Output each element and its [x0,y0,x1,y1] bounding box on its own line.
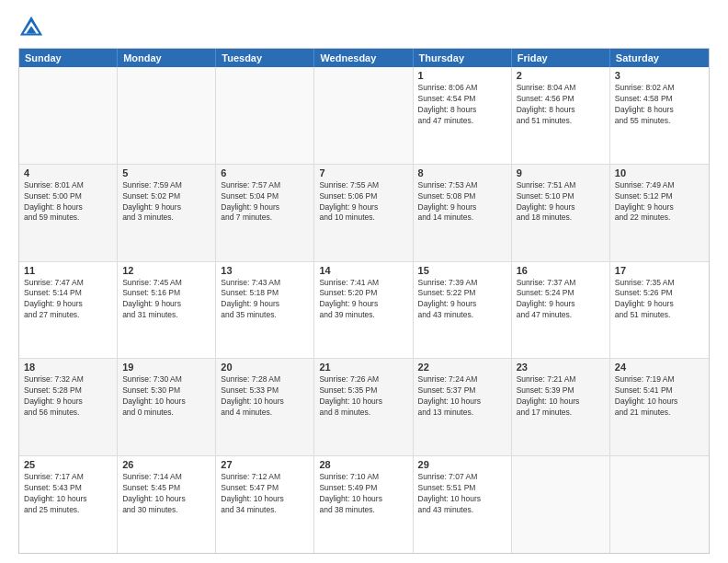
day-number: 8 [418,167,506,178]
calendar-cell: 18Sunrise: 7:32 AM Sunset: 5:28 PM Dayli… [19,359,118,455]
cell-details: Sunrise: 7:51 AM Sunset: 5:10 PM Dayligh… [517,180,605,224]
day-number: 25 [24,459,112,470]
calendar-cell [19,67,118,164]
cell-details: Sunrise: 8:06 AM Sunset: 4:54 PM Dayligh… [418,83,506,127]
calendar: SundayMondayTuesdayWednesdayThursdayFrid… [18,48,710,554]
calendar-row-3: 18Sunrise: 7:32 AM Sunset: 5:28 PM Dayli… [19,359,709,456]
cell-details: Sunrise: 7:49 AM Sunset: 5:12 PM Dayligh… [615,180,704,224]
calendar-cell: 5Sunrise: 7:59 AM Sunset: 5:02 PM Daylig… [118,165,216,261]
cell-details: Sunrise: 7:57 AM Sunset: 5:04 PM Dayligh… [221,180,309,224]
calendar-cell: 17Sunrise: 7:35 AM Sunset: 5:26 PM Dayli… [610,262,709,359]
calendar-cell [216,67,314,164]
day-number: 10 [615,167,704,178]
day-number: 2 [517,70,605,81]
day-number: 4 [24,167,112,178]
day-number: 17 [615,265,704,276]
cell-details: Sunrise: 7:30 AM Sunset: 5:30 PM Dayligh… [122,374,210,419]
cell-details: Sunrise: 7:43 AM Sunset: 5:18 PM Dayligh… [221,278,309,322]
header-day-saturday: Saturday [610,49,709,67]
cell-details: Sunrise: 7:41 AM Sunset: 5:20 PM Dayligh… [319,278,407,322]
logo-icon [18,15,44,40]
header-day-wednesday: Wednesday [314,49,413,67]
day-number: 24 [615,362,704,373]
cell-details: Sunrise: 7:19 AM Sunset: 5:41 PM Dayligh… [615,374,704,419]
calendar-cell: 29Sunrise: 7:07 AM Sunset: 5:51 PM Dayli… [414,456,512,553]
day-number: 9 [517,167,605,178]
cell-details: Sunrise: 7:26 AM Sunset: 5:35 PM Dayligh… [319,374,407,419]
calendar-row-4: 25Sunrise: 7:17 AM Sunset: 5:43 PM Dayli… [19,456,709,553]
cell-details: Sunrise: 7:47 AM Sunset: 5:14 PM Dayligh… [24,278,112,322]
calendar-cell: 7Sunrise: 7:55 AM Sunset: 5:06 PM Daylig… [314,165,413,261]
cell-details: Sunrise: 8:04 AM Sunset: 4:56 PM Dayligh… [517,83,605,127]
day-number: 6 [221,167,309,178]
header-day-sunday: Sunday [19,49,118,67]
calendar-cell: 10Sunrise: 7:49 AM Sunset: 5:12 PM Dayli… [610,165,709,261]
day-number: 23 [517,362,605,373]
calendar-cell [512,456,610,553]
header [18,15,710,40]
day-number: 28 [319,459,407,470]
header-day-monday: Monday [118,49,216,67]
header-day-friday: Friday [512,49,610,67]
calendar-cell: 6Sunrise: 7:57 AM Sunset: 5:04 PM Daylig… [216,165,314,261]
calendar-cell: 28Sunrise: 7:10 AM Sunset: 5:49 PM Dayli… [314,456,413,553]
logo [18,15,48,40]
day-number: 16 [517,265,605,276]
calendar-cell [118,67,216,164]
day-number: 14 [319,265,407,276]
cell-details: Sunrise: 7:10 AM Sunset: 5:49 PM Dayligh… [319,472,407,516]
day-number: 7 [319,167,407,178]
calendar-cell: 15Sunrise: 7:39 AM Sunset: 5:22 PM Dayli… [414,262,512,359]
calendar-cell [314,67,413,164]
calendar-cell: 4Sunrise: 8:01 AM Sunset: 5:00 PM Daylig… [19,165,118,261]
day-number: 19 [122,362,210,373]
calendar-cell: 24Sunrise: 7:19 AM Sunset: 5:41 PM Dayli… [610,359,709,455]
cell-details: Sunrise: 7:21 AM Sunset: 5:39 PM Dayligh… [517,374,605,419]
day-number: 13 [221,265,309,276]
header-day-thursday: Thursday [414,49,512,67]
calendar-cell: 1Sunrise: 8:06 AM Sunset: 4:54 PM Daylig… [414,67,512,164]
calendar-cell: 12Sunrise: 7:45 AM Sunset: 5:16 PM Dayli… [118,262,216,359]
calendar-cell [610,456,709,553]
cell-details: Sunrise: 7:35 AM Sunset: 5:26 PM Dayligh… [615,278,704,322]
cell-details: Sunrise: 7:12 AM Sunset: 5:47 PM Dayligh… [221,472,309,516]
day-number: 18 [24,362,112,373]
cell-details: Sunrise: 8:01 AM Sunset: 5:00 PM Dayligh… [24,180,112,224]
day-number: 1 [418,70,506,81]
calendar-row-2: 11Sunrise: 7:47 AM Sunset: 5:14 PM Dayli… [19,262,709,360]
day-number: 12 [122,265,210,276]
cell-details: Sunrise: 7:53 AM Sunset: 5:08 PM Dayligh… [418,180,506,224]
day-number: 3 [615,70,704,81]
calendar-cell: 21Sunrise: 7:26 AM Sunset: 5:35 PM Dayli… [314,359,413,455]
calendar-cell: 23Sunrise: 7:21 AM Sunset: 5:39 PM Dayli… [512,359,610,455]
cell-details: Sunrise: 7:24 AM Sunset: 5:37 PM Dayligh… [418,374,506,419]
day-number: 20 [221,362,309,373]
cell-details: Sunrise: 7:32 AM Sunset: 5:28 PM Dayligh… [24,374,112,419]
cell-details: Sunrise: 7:14 AM Sunset: 5:45 PM Dayligh… [122,472,210,516]
calendar-cell: 19Sunrise: 7:30 AM Sunset: 5:30 PM Dayli… [118,359,216,455]
calendar-body: 1Sunrise: 8:06 AM Sunset: 4:54 PM Daylig… [19,67,709,553]
day-number: 11 [24,265,112,276]
cell-details: Sunrise: 8:02 AM Sunset: 4:58 PM Dayligh… [615,83,704,127]
cell-details: Sunrise: 7:39 AM Sunset: 5:22 PM Dayligh… [418,278,506,322]
day-number: 5 [122,167,210,178]
calendar-cell: 14Sunrise: 7:41 AM Sunset: 5:20 PM Dayli… [314,262,413,359]
cell-details: Sunrise: 7:28 AM Sunset: 5:33 PM Dayligh… [221,374,309,419]
cell-details: Sunrise: 7:37 AM Sunset: 5:24 PM Dayligh… [517,278,605,322]
calendar-cell: 22Sunrise: 7:24 AM Sunset: 5:37 PM Dayli… [414,359,512,455]
calendar-cell: 27Sunrise: 7:12 AM Sunset: 5:47 PM Dayli… [216,456,314,553]
calendar-cell: 3Sunrise: 8:02 AM Sunset: 4:58 PM Daylig… [610,67,709,164]
header-day-tuesday: Tuesday [216,49,314,67]
cell-details: Sunrise: 7:45 AM Sunset: 5:16 PM Dayligh… [122,278,210,322]
calendar-cell: 11Sunrise: 7:47 AM Sunset: 5:14 PM Dayli… [19,262,118,359]
calendar-header: SundayMondayTuesdayWednesdayThursdayFrid… [19,49,709,67]
calendar-cell: 2Sunrise: 8:04 AM Sunset: 4:56 PM Daylig… [512,67,610,164]
calendar-row-0: 1Sunrise: 8:06 AM Sunset: 4:54 PM Daylig… [19,67,709,165]
day-number: 22 [418,362,506,373]
cell-details: Sunrise: 7:17 AM Sunset: 5:43 PM Dayligh… [24,472,112,516]
cell-details: Sunrise: 7:07 AM Sunset: 5:51 PM Dayligh… [418,472,506,516]
day-number: 26 [122,459,210,470]
calendar-cell: 25Sunrise: 7:17 AM Sunset: 5:43 PM Dayli… [19,456,118,553]
calendar-cell: 13Sunrise: 7:43 AM Sunset: 5:18 PM Dayli… [216,262,314,359]
cell-details: Sunrise: 7:59 AM Sunset: 5:02 PM Dayligh… [122,180,210,224]
